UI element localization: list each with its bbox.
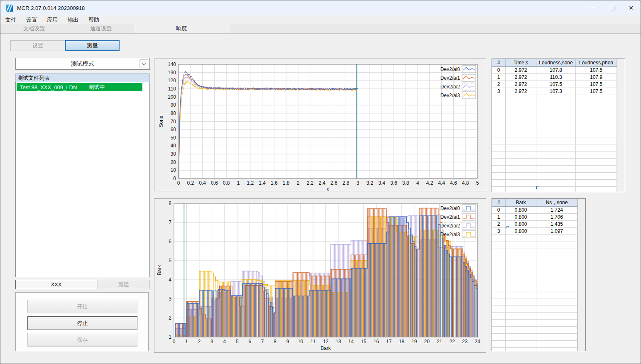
new-button[interactable]: 新建 <box>97 280 150 289</box>
settings-view-button[interactable]: 设置 <box>10 40 65 51</box>
table-cell[interactable]: 1.724 <box>536 207 577 213</box>
table-cell[interactable] <box>506 116 536 123</box>
table-cell[interactable]: 2.972 <box>506 74 536 81</box>
specific-loudness-table[interactable]: #BarkNs，sone00.8001.72410.8001.70620.800… <box>492 199 577 351</box>
table-cell[interactable] <box>492 320 506 326</box>
table-cell[interactable] <box>492 256 506 263</box>
table-cell[interactable] <box>576 123 617 130</box>
table-cell[interactable] <box>536 341 577 347</box>
table-cell[interactable] <box>492 151 506 158</box>
table-cell[interactable]: 107.8 <box>536 67 576 73</box>
table-cell[interactable] <box>536 291 577 298</box>
table-cell[interactable] <box>536 109 576 116</box>
table-cell[interactable]: 0.800 <box>506 207 536 213</box>
table-cell[interactable] <box>492 242 506 249</box>
table-header-cell[interactable]: # <box>492 59 506 66</box>
table-header-cell[interactable]: Time,s <box>506 59 536 66</box>
menu-file[interactable]: 文件 <box>0 15 21 24</box>
table-cell[interactable] <box>492 235 506 242</box>
table-cell[interactable] <box>536 263 577 270</box>
table-cell[interactable]: 107.3 <box>536 88 576 95</box>
table-cell[interactable] <box>536 159 576 165</box>
table-cell[interactable]: 3 <box>492 88 506 95</box>
table-cell[interactable] <box>492 341 506 347</box>
table-cell[interactable] <box>506 256 536 263</box>
table-cell[interactable] <box>506 102 536 109</box>
table-cell[interactable] <box>506 313 536 319</box>
table-cell[interactable] <box>506 291 536 298</box>
test-mode-select[interactable]: 测试模式 <box>15 58 150 70</box>
close-button[interactable]: ✕ <box>621 0 641 15</box>
table-cell[interactable] <box>506 173 536 179</box>
table-header-cell[interactable]: # <box>492 199 506 206</box>
table-cell[interactable] <box>492 334 506 340</box>
table-cell[interactable] <box>576 166 617 172</box>
table-cell[interactable]: 107.9 <box>576 74 617 81</box>
table-cell[interactable] <box>536 180 576 186</box>
table-cell[interactable] <box>536 305 577 312</box>
table-cell[interactable] <box>576 109 617 116</box>
table-cell[interactable] <box>536 95 576 102</box>
table-cell[interactable] <box>506 305 536 312</box>
table-cell[interactable] <box>506 327 536 333</box>
table-cell[interactable] <box>576 137 617 144</box>
table-cell[interactable] <box>492 270 506 277</box>
tab-document-settings[interactable]: 文档设置 <box>0 24 68 33</box>
loudness-time-chart[interactable]: 00.20.40.60.811.21.41.61.822.22.42.62.83… <box>154 59 486 191</box>
minimize-button[interactable] <box>583 0 602 15</box>
stop-button[interactable]: 停止 <box>27 316 137 330</box>
table-cell[interactable] <box>492 291 506 298</box>
xxx-button[interactable]: XXX <box>15 280 97 289</box>
table-cell[interactable]: 107.5 <box>576 81 617 88</box>
table-cell[interactable] <box>506 235 536 242</box>
menu-apply[interactable]: 应用 <box>42 15 63 24</box>
start-button[interactable]: 开始 <box>27 300 137 313</box>
table-cell[interactable] <box>492 130 506 137</box>
table-cell[interactable]: 2.972 <box>506 88 536 95</box>
table-cell[interactable] <box>506 130 536 137</box>
loudness-result-table[interactable]: #Time,sLoudness,soneLoudness,phon02.9721… <box>492 59 617 192</box>
table-cell[interactable] <box>576 116 617 123</box>
table-cell[interactable]: 0 <box>492 67 506 73</box>
table-cell[interactable] <box>506 277 536 284</box>
specific-loudness-chart-canvas[interactable]: 0123456789101112131415161718192021222324… <box>154 199 486 352</box>
table-cell[interactable] <box>536 166 576 172</box>
table-cell[interactable]: 1.435 <box>536 221 577 227</box>
table-cell[interactable] <box>506 298 536 305</box>
table-cell[interactable] <box>492 144 506 151</box>
table-cell[interactable] <box>506 109 536 116</box>
table-cell[interactable] <box>506 159 536 165</box>
table-cell[interactable] <box>536 284 577 291</box>
table-cell[interactable] <box>492 109 506 116</box>
table-cell[interactable] <box>492 348 506 351</box>
table-cell[interactable] <box>506 249 536 256</box>
table-cell[interactable] <box>536 298 577 305</box>
table-cell[interactable]: 0.800 <box>506 214 536 220</box>
table-cell[interactable]: 107.5 <box>576 88 617 95</box>
menu-help[interactable]: 帮助 <box>83 15 104 24</box>
table-cell[interactable] <box>506 270 536 277</box>
table-cell[interactable] <box>576 187 617 192</box>
table-cell[interactable] <box>492 173 506 179</box>
tab-channel-settings[interactable]: 通道设置 <box>68 24 134 33</box>
table-cell[interactable] <box>536 130 576 137</box>
table-cell[interactable] <box>506 348 536 351</box>
table-cell[interactable] <box>492 180 506 186</box>
table-cell[interactable] <box>492 263 506 270</box>
table-cell[interactable]: 2 <box>492 81 506 88</box>
table-cell[interactable] <box>492 313 506 319</box>
table-header-cell[interactable]: Bark <box>506 199 536 206</box>
table-cell[interactable] <box>536 173 576 179</box>
table-cell[interactable] <box>506 242 536 249</box>
table-cell[interactable] <box>506 95 536 102</box>
table-cell[interactable] <box>576 144 617 151</box>
table-cell[interactable]: 1.706 <box>536 214 577 220</box>
table-cell[interactable] <box>492 102 506 109</box>
table-cell[interactable]: 1 <box>492 74 506 81</box>
table-cell[interactable] <box>506 144 536 151</box>
table-cell[interactable] <box>492 137 506 144</box>
table-cell[interactable] <box>506 151 536 158</box>
table-cell[interactable] <box>492 249 506 256</box>
table-cell[interactable] <box>492 187 506 192</box>
table-cell[interactable]: 107.5 <box>576 67 617 73</box>
